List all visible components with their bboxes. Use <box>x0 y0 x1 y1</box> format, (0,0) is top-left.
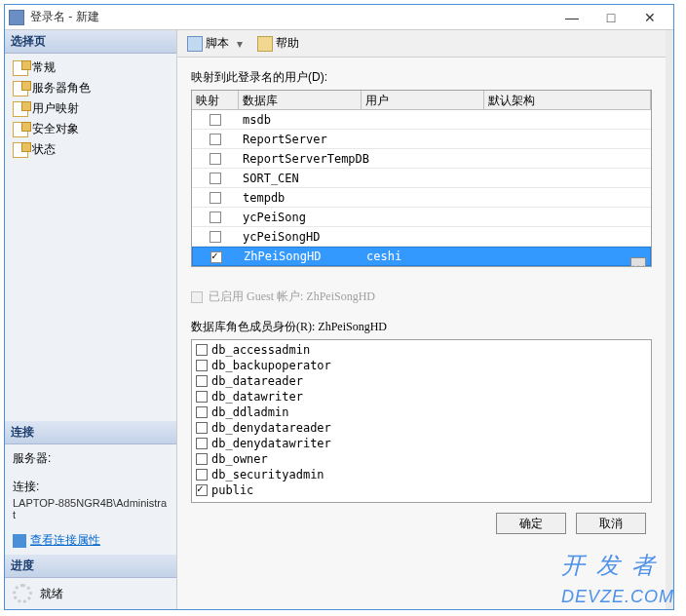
page-icon <box>13 142 28 158</box>
user-cell[interactable] <box>362 158 484 160</box>
schema-cell[interactable] <box>484 177 651 179</box>
progress-section: 就绪 <box>5 578 176 609</box>
map-cell <box>192 210 239 225</box>
role-item[interactable]: db_securityadmin <box>196 467 647 482</box>
role-item[interactable]: public <box>196 482 647 498</box>
map-cell <box>192 229 239 245</box>
user-cell[interactable] <box>362 216 484 218</box>
map-checkbox[interactable] <box>210 212 221 223</box>
map-checkbox[interactable] <box>210 251 222 263</box>
table-row[interactable]: ycPeiSong <box>192 208 651 227</box>
map-checkbox[interactable] <box>210 192 221 204</box>
user-cell[interactable] <box>362 119 484 121</box>
close-button[interactable]: ✕ <box>630 6 669 29</box>
nav-label: 安全对象 <box>32 121 79 137</box>
scrollbar[interactable] <box>666 30 673 609</box>
table-row[interactable]: ZhPeiSongHDceshi... <box>192 247 651 266</box>
schema-cell[interactable] <box>484 197 651 199</box>
nav-item-securables[interactable]: 安全对象 <box>13 119 169 139</box>
role-item[interactable]: db_denydatawriter <box>196 436 647 451</box>
role-checkbox[interactable] <box>196 438 208 449</box>
db-cell: ReportServerTempDB <box>239 151 362 167</box>
table-row[interactable]: msdb <box>192 110 651 130</box>
db-cell: ycPeiSongHD <box>239 229 362 245</box>
connection-value: LAPTOP-885NGR4B\Administrat <box>13 497 169 528</box>
schema-cell[interactable] <box>484 216 651 218</box>
schema-cell[interactable] <box>484 138 651 140</box>
table-row[interactable]: tempdb <box>192 188 651 208</box>
db-cell: tempdb <box>239 190 362 206</box>
script-button[interactable]: 脚本 <box>183 33 233 54</box>
role-checkbox[interactable] <box>196 469 208 481</box>
view-connection-props-link[interactable]: 查看连接属性 <box>13 528 169 553</box>
nav-label: 常规 <box>32 59 56 76</box>
page-icon <box>13 101 28 117</box>
map-checkbox[interactable] <box>210 153 221 165</box>
col-database[interactable]: 数据库 <box>239 91 362 109</box>
db-cell: ycPeiSong <box>239 210 362 225</box>
role-checkbox[interactable] <box>196 360 208 371</box>
schema-cell[interactable] <box>484 236 651 238</box>
role-name: db_datawriter <box>211 390 303 404</box>
role-item[interactable]: db_accessadmin <box>196 342 647 358</box>
user-cell[interactable] <box>362 197 484 199</box>
role-item[interactable]: db_denydatareader <box>196 420 647 436</box>
user-cell[interactable] <box>362 138 484 140</box>
toolbar-sep <box>247 37 249 51</box>
col-schema[interactable]: 默认架构 <box>484 91 651 109</box>
table-row[interactable]: ReportServerTempDB <box>192 149 651 169</box>
minimize-button[interactable]: — <box>553 6 591 29</box>
progress-spinner-icon <box>13 584 32 603</box>
nav-item-status[interactable]: 状态 <box>13 139 169 160</box>
role-item[interactable]: db_datareader <box>196 373 647 389</box>
col-map[interactable]: 映射 <box>192 91 239 109</box>
role-checkbox[interactable] <box>196 484 208 496</box>
script-dropdown[interactable]: ▾ <box>237 37 243 51</box>
help-label: 帮助 <box>276 35 299 52</box>
help-button[interactable]: 帮助 <box>253 33 303 54</box>
user-cell[interactable] <box>362 236 484 238</box>
col-user[interactable]: 用户 <box>362 91 484 109</box>
map-checkbox[interactable] <box>210 114 221 126</box>
table-row[interactable]: ReportServer <box>192 130 651 149</box>
schema-cell[interactable] <box>484 119 651 121</box>
nav-item-user-mapping[interactable]: 用户映射 <box>13 98 169 119</box>
ok-button[interactable]: 确定 <box>496 513 566 534</box>
role-item[interactable]: db_owner <box>196 451 647 467</box>
map-checkbox[interactable] <box>210 231 221 243</box>
role-name: db_denydatareader <box>211 421 331 435</box>
role-checkbox[interactable] <box>196 422 208 434</box>
table-row[interactable]: SORT_CEN <box>192 169 651 188</box>
role-item[interactable]: db_ddladmin <box>196 404 647 420</box>
role-checkbox[interactable] <box>196 391 208 403</box>
nav-item-server-roles[interactable]: 服务器角色 <box>13 78 169 98</box>
role-checkbox[interactable] <box>196 344 208 356</box>
content: 映射到此登录名的用户(D): 映射 数据库 用户 默认架构 msdbReport… <box>177 58 666 609</box>
page-icon <box>13 81 28 96</box>
roles-label: 数据库角色成员身份(R): ZhPeiSongHD <box>191 319 652 335</box>
maximize-button[interactable]: □ <box>591 6 630 29</box>
progress-status: 就绪 <box>40 586 63 602</box>
link-icon <box>13 534 26 548</box>
role-item[interactable]: db_datawriter <box>196 389 647 404</box>
roles-list[interactable]: db_accessadmindb_backupoperatordb_datare… <box>191 339 652 503</box>
table-row[interactable]: ycPeiSongHD <box>192 227 651 247</box>
role-name: db_backupoperator <box>211 359 331 372</box>
nav-item-general[interactable]: 常规 <box>13 58 169 78</box>
role-checkbox[interactable] <box>196 375 208 387</box>
map-cell <box>193 249 240 264</box>
ellipsis-button[interactable]: ... <box>630 257 646 266</box>
grid-body[interactable]: msdbReportServerReportServerTempDBSORT_C… <box>192 110 651 266</box>
role-name: db_owner <box>211 452 268 466</box>
user-cell[interactable] <box>362 177 484 179</box>
schema-cell[interactable] <box>484 158 651 160</box>
role-checkbox[interactable] <box>196 453 208 465</box>
user-cell[interactable]: ceshi <box>362 249 485 264</box>
map-checkbox[interactable] <box>210 134 221 145</box>
connection-header: 连接 <box>5 421 176 444</box>
cancel-button[interactable]: 取消 <box>576 513 646 534</box>
schema-cell[interactable]: ... <box>485 255 650 257</box>
role-item[interactable]: db_backupoperator <box>196 358 647 373</box>
role-checkbox[interactable] <box>196 406 208 418</box>
map-checkbox[interactable] <box>210 173 221 184</box>
